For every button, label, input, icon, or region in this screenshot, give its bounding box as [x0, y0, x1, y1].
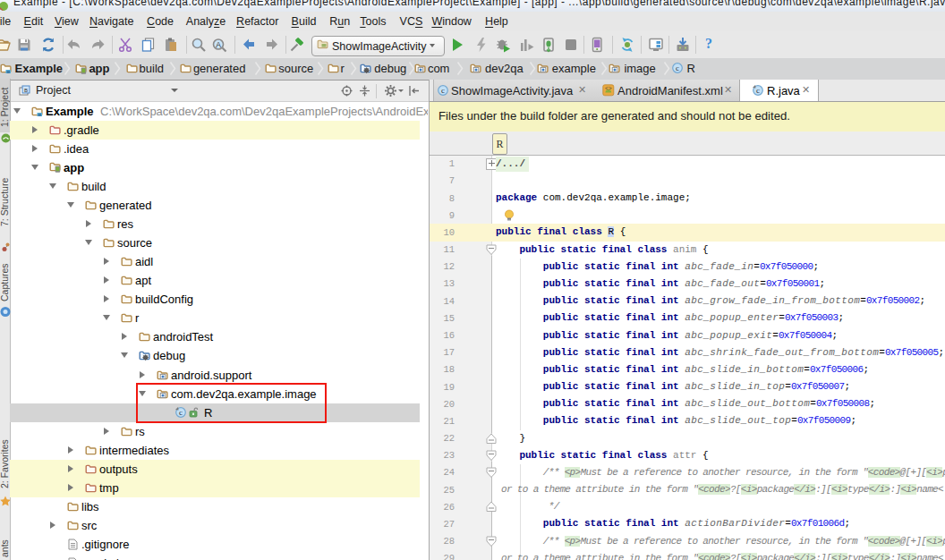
svg-text:c: c [441, 86, 445, 95]
svg-text:c: c [676, 64, 679, 72]
svg-text:c: c [756, 86, 760, 95]
svg-text:<>: <> [605, 86, 612, 92]
svg-text:A: A [216, 40, 221, 49]
svg-text:B: B [23, 88, 27, 93]
